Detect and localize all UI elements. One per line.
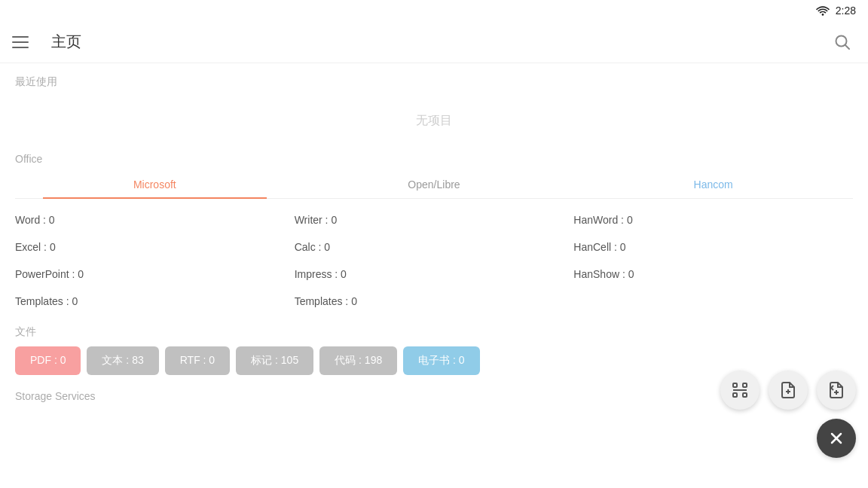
file-section: 文件 PDF : 0 文本 : 83 RTF : 0 标记 : 105 代码 :… xyxy=(15,325,853,375)
fab-row-actions xyxy=(720,371,856,410)
wifi-icon xyxy=(816,5,830,16)
excel-stat: Excel : 0 xyxy=(15,238,295,256)
hanword-stat: HanWord : 0 xyxy=(573,211,853,229)
file-tab-text[interactable]: 文本 : 83 xyxy=(87,346,158,375)
word-stat: Word : 0 xyxy=(15,211,295,229)
office-tabs: Microsoft Open/Libre Hancom xyxy=(15,171,853,199)
impress-stat: Impress : 0 xyxy=(295,265,574,283)
file-tab-mark[interactable]: 标记 : 105 xyxy=(236,346,313,375)
search-button[interactable] xyxy=(829,29,856,56)
tab-microsoft[interactable]: Microsoft xyxy=(15,171,295,198)
file-tab-rtf[interactable]: RTF : 0 xyxy=(165,346,230,375)
writer-stat: Writer : 0 xyxy=(295,211,574,229)
status-time: 2:28 xyxy=(836,5,856,17)
hancom-col: HanWord : 0 HanCell : 0 HanShow : 0 xyxy=(573,211,853,310)
microsoft-col: Word : 0 Excel : 0 PowerPoint : 0 Templa… xyxy=(15,211,295,310)
office-label: Office xyxy=(15,153,853,165)
new-file-button[interactable] xyxy=(817,371,856,410)
openlibre-col: Writer : 0 Calc : 0 Impress : 0 Template… xyxy=(295,211,574,310)
ms-templates-stat: Templates : 0 xyxy=(15,292,295,310)
svg-rect-5 xyxy=(733,393,737,397)
scan-button[interactable] xyxy=(720,371,760,410)
recent-label: 最近使用 xyxy=(15,75,853,89)
status-bar: 2:28 xyxy=(0,0,868,21)
calc-stat: Calc : 0 xyxy=(295,238,574,256)
office-stats-grid: Word : 0 Excel : 0 PowerPoint : 0 Templa… xyxy=(15,211,853,310)
hamburger-menu-button[interactable] xyxy=(12,30,36,54)
file-label: 文件 xyxy=(15,325,853,339)
tab-hancom[interactable]: Hancom xyxy=(573,171,853,198)
file-tab-pdf[interactable]: PDF : 0 xyxy=(15,346,81,375)
file-tab-ebook[interactable]: 电子书 : 0 xyxy=(403,346,479,375)
page-title: 主页 xyxy=(51,32,829,52)
svg-rect-6 xyxy=(743,393,747,397)
svg-point-0 xyxy=(821,14,824,16)
close-fab-button[interactable] xyxy=(817,419,856,458)
new-document-button[interactable] xyxy=(769,371,808,410)
file-tab-code[interactable]: 代码 : 198 xyxy=(319,346,397,375)
svg-line-2 xyxy=(845,44,850,49)
fab-area xyxy=(720,371,856,458)
no-items-text: 无项目 xyxy=(15,95,853,135)
svg-rect-3 xyxy=(733,383,737,387)
hanshow-stat: HanShow : 0 xyxy=(573,265,853,283)
hancell-stat: HanCell : 0 xyxy=(573,238,853,256)
office-section: Office Microsoft Open/Libre Hancom Word … xyxy=(15,153,853,310)
tab-openlibre[interactable]: Open/Libre xyxy=(295,171,574,198)
top-bar: 主页 xyxy=(0,21,868,63)
ol-templates-stat: Templates : 0 xyxy=(295,292,574,310)
svg-rect-4 xyxy=(743,383,747,387)
powerpoint-stat: PowerPoint : 0 xyxy=(15,265,295,283)
recent-section: 最近使用 无项目 xyxy=(15,75,853,135)
